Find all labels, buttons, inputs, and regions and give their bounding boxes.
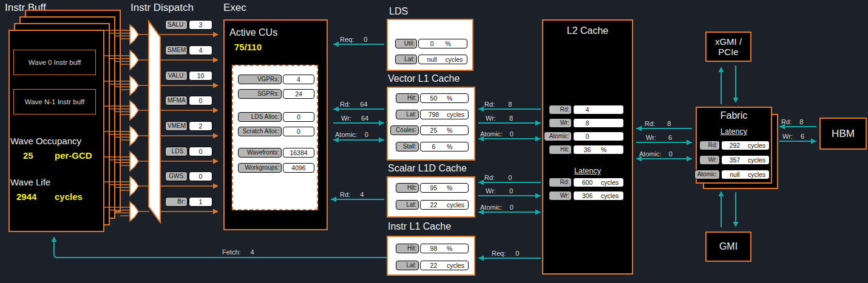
field-value-box: 600cycles [573,178,624,187]
active-cus-label: Active CUs [229,27,277,38]
field-label: VGPRs: [238,75,282,84]
field-value-box: 95% [420,183,469,193]
field-value-box: 4 [283,75,314,84]
field-label: MFMA: [165,96,188,105]
dispatch-row-smem: SMEM: 4 [165,45,212,55]
dispatch-row-salu: SALU: 3 [165,20,212,30]
arrow-label-vl1-l2-rd: Rd:8 [484,101,512,108]
field-value-box: 0 [189,171,212,181]
exec-row-vgprs: VGPRs: 4 [238,75,314,84]
field-value-box: 10 [189,71,212,81]
field-unit: cycles [601,178,623,187]
field-value-box: 4096 [283,163,314,173]
hbm-box: HBM [819,118,867,150]
field-label: Rd: [549,105,572,115]
field-value: 0 [283,113,314,121]
field-value-box: 2 [189,121,212,131]
wave-occupancy-value: 25 [23,150,33,161]
field-value-box: 798cycles [420,110,469,119]
field-value-box: 292cycles [721,141,770,150]
arrow-label-exec-lds-req: Req:0 [340,36,367,43]
wave-life-label: Wave Life [10,177,50,187]
dispatch-row-br: Br: 1 [165,197,212,207]
l2-row-hit: Hit: 36% [549,145,624,155]
field-value-box: 8 [573,118,624,128]
field-label: Rd: [699,141,720,150]
scalar-l1d-title: Scalar L1D Cache [388,163,467,174]
field-value-box: 36% [573,145,624,155]
field-value-box: 0 [283,127,314,136]
l2-latency-row-wr: Wr: 306cycles [549,191,624,201]
fabric-latency-heading: Latency [696,127,772,136]
field-value: 306 [574,191,601,200]
l2-row-atomic: Atomic: 0 [544,132,624,141]
field-value-box: 6% [420,142,469,151]
field-value: 0 [283,127,314,136]
field-value: 0 [574,132,601,141]
field-value: 22 [421,261,447,270]
field-unit: % [447,244,468,253]
field-value: 0 [189,96,212,105]
field-value: 3 [189,21,212,29]
scalar-l1d-row-hit: Hit: 95% [396,183,469,193]
field-label: Util: [395,39,417,48]
field-label: LDS Alloc: [238,112,282,122]
field-label: Atomic: [544,132,572,141]
fabric-row-rd: Rd: 292cycles [699,141,770,150]
field-label: Stall: [396,142,419,151]
exec-row-lds-alloc: LDS Alloc: 0 [238,112,314,122]
wave-occupancy-label: Wave Occupancy [10,136,81,146]
arrow-label-fabric-hbm-rd: Rd:8 [781,118,803,125]
field-value: 357 [722,156,748,164]
vector-l1-row-lat: Lat: 798cycles [396,110,469,119]
vector-l1-row-hit: Hit: 50% [396,93,469,103]
field-value-box: 4 [573,105,624,115]
wave0-instr-buff-box: Wave 0 Instr buff [13,50,96,75]
field-value: 98 [421,244,447,253]
field-unit: % [601,145,623,154]
l2-row-rd: Rd: 4 [549,105,624,115]
field-value-box: 50% [420,93,469,103]
field-value-box: 3 [189,20,212,30]
field-value: 4096 [283,164,314,172]
l2-latency-heading: Latency [542,167,633,175]
exec-row-scratch-alloc: Scratch Alloc: 0 [238,127,314,136]
field-label: Hit: [396,244,419,253]
wave-life-value: 2944 [16,191,36,202]
wave-life-unit: cycles [55,191,83,202]
field-unit: % [447,142,468,151]
field-value: 600 [574,178,601,187]
wave-occupancy-unit: per-GCD [55,150,92,161]
field-unit [601,119,623,127]
mux-icon [130,76,138,95]
instr-l1-row-lat: Lat: 22cycles [396,261,469,270]
arrow-label-exec-vl1-wr: Wr:64 [341,115,368,122]
field-label: SMEM: [165,45,188,55]
mux-icon [130,25,138,44]
dispatch-row-valu: VALU: 10 [165,71,212,81]
instr-dispatch-title: Instr Dispatch [131,2,194,14]
field-unit: cycles [447,110,468,119]
field-label: Lat: [396,200,419,210]
field-value-box: 24 [283,89,314,99]
field-value: 0 [189,172,212,181]
field-label: Scratch Alloc: [238,127,282,136]
dispatch-row-mfma: MFMA: 0 [165,96,212,105]
field-label: VALU: [165,71,188,81]
field-label: Wr: [549,118,572,128]
field-value-box: 0 [573,132,624,141]
field-unit: cycles [748,170,769,179]
arrow-label-vl1-l2-wr: Wr:8 [486,115,513,122]
field-unit [601,105,623,114]
field-unit: cycles [447,261,468,270]
l2-latency-row-rd: Rd: 600cycles [549,178,624,187]
arrow-label-sl1-l2-wr: Wr:0 [486,187,513,195]
exec-row-wavefronts: Wavefronts: 16384 [238,148,314,158]
field-value: 10 [189,72,212,80]
gpu-block-diagram: Instr Buff Wave 0 Instr buff Wave N-1 In… [0,0,868,283]
field-value-box: nullcycles [721,170,770,179]
field-value-box: 0 [283,112,314,122]
xgmi-line1: xGMI / [715,36,742,47]
field-value-box: 0 [189,96,212,105]
field-value-box: 98% [420,244,469,253]
